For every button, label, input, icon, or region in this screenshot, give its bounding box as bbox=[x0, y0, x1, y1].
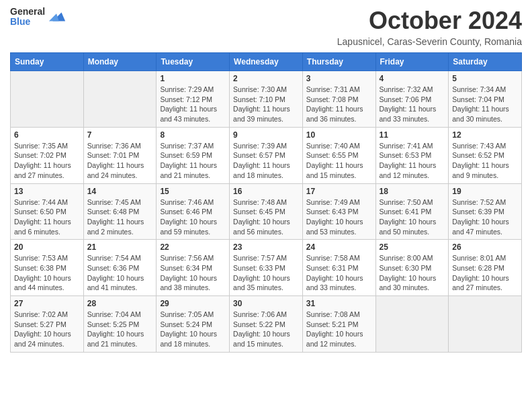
day-number: 25 bbox=[380, 242, 445, 252]
calendar-cell: 22Sunrise: 7:56 AM Sunset: 6:34 PM Dayli… bbox=[157, 240, 230, 296]
day-info: Sunrise: 7:02 AM Sunset: 5:27 PM Dayligh… bbox=[14, 310, 80, 349]
calendar-cell bbox=[375, 296, 449, 353]
day-number: 29 bbox=[160, 299, 226, 308]
day-info: Sunrise: 7:05 AM Sunset: 5:24 PM Dayligh… bbox=[160, 310, 226, 349]
calendar-cell: 13Sunrise: 7:44 AM Sunset: 6:50 PM Dayli… bbox=[11, 183, 84, 240]
day-number: 9 bbox=[233, 130, 299, 140]
location-subtitle: Lapusnicel, Caras-Severin County, Romani… bbox=[337, 36, 522, 47]
day-number: 23 bbox=[233, 242, 299, 252]
day-number: 14 bbox=[87, 187, 153, 196]
calendar-cell: 26Sunrise: 8:01 AM Sunset: 6:28 PM Dayli… bbox=[449, 240, 522, 296]
calendar-cell: 14Sunrise: 7:45 AM Sunset: 6:48 PM Dayli… bbox=[83, 183, 157, 240]
header-tuesday: Tuesday bbox=[157, 53, 230, 71]
header-monday: Monday bbox=[83, 53, 157, 71]
logo-general-text: General bbox=[10, 7, 45, 17]
header-friday: Friday bbox=[375, 53, 449, 71]
day-info: Sunrise: 7:29 AM Sunset: 7:12 PM Dayligh… bbox=[160, 85, 226, 124]
day-info: Sunrise: 7:30 AM Sunset: 7:10 PM Dayligh… bbox=[233, 85, 299, 124]
day-number: 11 bbox=[380, 130, 445, 140]
day-info: Sunrise: 7:06 AM Sunset: 5:22 PM Dayligh… bbox=[233, 310, 299, 349]
month-title: October 2024 bbox=[337, 7, 522, 35]
day-number: 1 bbox=[160, 74, 226, 83]
day-info: Sunrise: 7:39 AM Sunset: 6:57 PM Dayligh… bbox=[233, 141, 299, 181]
day-number: 18 bbox=[380, 187, 445, 196]
title-section: October 2024 Lapusnicel, Caras-Severin C… bbox=[337, 7, 522, 47]
day-info: Sunrise: 7:36 AM Sunset: 7:01 PM Dayligh… bbox=[87, 141, 153, 181]
calendar-cell: 5Sunrise: 7:34 AM Sunset: 7:04 PM Daylig… bbox=[449, 71, 522, 128]
calendar-cell: 21Sunrise: 7:54 AM Sunset: 6:36 PM Dayli… bbox=[83, 240, 157, 296]
calendar-cell: 6Sunrise: 7:35 AM Sunset: 7:02 PM Daylig… bbox=[11, 127, 84, 183]
day-number: 17 bbox=[306, 187, 372, 196]
day-info: Sunrise: 7:49 AM Sunset: 6:43 PM Dayligh… bbox=[306, 197, 372, 237]
logo-blue-text: Blue bbox=[10, 17, 45, 27]
day-info: Sunrise: 7:48 AM Sunset: 6:45 PM Dayligh… bbox=[233, 197, 299, 237]
calendar-cell: 20Sunrise: 7:53 AM Sunset: 6:38 PM Dayli… bbox=[11, 240, 84, 296]
day-number: 15 bbox=[160, 187, 226, 196]
day-number: 28 bbox=[87, 299, 153, 308]
header-thursday: Thursday bbox=[302, 53, 375, 71]
day-info: Sunrise: 7:08 AM Sunset: 5:21 PM Dayligh… bbox=[306, 310, 372, 349]
calendar-table: SundayMondayTuesdayWednesdayThursdayFrid… bbox=[10, 52, 522, 353]
day-info: Sunrise: 7:35 AM Sunset: 7:02 PM Dayligh… bbox=[14, 141, 80, 181]
calendar-week-row: 13Sunrise: 7:44 AM Sunset: 6:50 PM Dayli… bbox=[11, 183, 522, 240]
day-info: Sunrise: 7:40 AM Sunset: 6:55 PM Dayligh… bbox=[306, 141, 372, 181]
day-info: Sunrise: 8:01 AM Sunset: 6:28 PM Dayligh… bbox=[452, 253, 518, 293]
day-info: Sunrise: 7:34 AM Sunset: 7:04 PM Dayligh… bbox=[452, 85, 518, 124]
page-header: General Blue October 2024 Lapusnicel, Ca… bbox=[10, 7, 522, 47]
calendar-cell: 7Sunrise: 7:36 AM Sunset: 7:01 PM Daylig… bbox=[83, 127, 157, 183]
day-number: 5 bbox=[452, 74, 518, 83]
day-number: 3 bbox=[306, 74, 372, 83]
day-info: Sunrise: 7:04 AM Sunset: 5:25 PM Dayligh… bbox=[87, 310, 153, 349]
calendar-week-row: 27Sunrise: 7:02 AM Sunset: 5:27 PM Dayli… bbox=[11, 296, 522, 353]
day-number: 6 bbox=[14, 130, 80, 140]
day-info: Sunrise: 7:44 AM Sunset: 6:50 PM Dayligh… bbox=[14, 197, 80, 237]
day-info: Sunrise: 7:52 AM Sunset: 6:39 PM Dayligh… bbox=[452, 197, 518, 237]
calendar-week-row: 20Sunrise: 7:53 AM Sunset: 6:38 PM Dayli… bbox=[11, 240, 522, 296]
day-number: 24 bbox=[306, 242, 372, 252]
calendar-cell: 27Sunrise: 7:02 AM Sunset: 5:27 PM Dayli… bbox=[11, 296, 84, 353]
day-info: Sunrise: 7:50 AM Sunset: 6:41 PM Dayligh… bbox=[380, 197, 445, 237]
header-wednesday: Wednesday bbox=[230, 53, 303, 71]
logo-icon bbox=[48, 7, 66, 26]
day-number: 2 bbox=[233, 74, 299, 83]
day-number: 30 bbox=[233, 299, 299, 308]
calendar-cell: 2Sunrise: 7:30 AM Sunset: 7:10 PM Daylig… bbox=[230, 71, 303, 128]
calendar-cell: 16Sunrise: 7:48 AM Sunset: 6:45 PM Dayli… bbox=[230, 183, 303, 240]
day-number: 21 bbox=[87, 242, 153, 252]
day-info: Sunrise: 8:00 AM Sunset: 6:30 PM Dayligh… bbox=[380, 253, 445, 293]
calendar-cell: 9Sunrise: 7:39 AM Sunset: 6:57 PM Daylig… bbox=[230, 127, 303, 183]
day-info: Sunrise: 7:43 AM Sunset: 6:52 PM Dayligh… bbox=[452, 141, 518, 181]
day-info: Sunrise: 7:37 AM Sunset: 6:59 PM Dayligh… bbox=[160, 141, 226, 181]
day-number: 16 bbox=[233, 187, 299, 196]
calendar-cell: 1Sunrise: 7:29 AM Sunset: 7:12 PM Daylig… bbox=[157, 71, 230, 128]
calendar-cell: 19Sunrise: 7:52 AM Sunset: 6:39 PM Dayli… bbox=[449, 183, 522, 240]
day-info: Sunrise: 7:41 AM Sunset: 6:53 PM Dayligh… bbox=[380, 141, 445, 181]
header-saturday: Saturday bbox=[449, 53, 522, 71]
day-info: Sunrise: 7:54 AM Sunset: 6:36 PM Dayligh… bbox=[87, 253, 153, 293]
calendar-cell: 18Sunrise: 7:50 AM Sunset: 6:41 PM Dayli… bbox=[375, 183, 449, 240]
day-number: 31 bbox=[306, 299, 372, 308]
calendar-cell: 30Sunrise: 7:06 AM Sunset: 5:22 PM Dayli… bbox=[230, 296, 303, 353]
calendar-cell: 29Sunrise: 7:05 AM Sunset: 5:24 PM Dayli… bbox=[157, 296, 230, 353]
calendar-cell bbox=[11, 71, 84, 128]
day-number: 26 bbox=[452, 242, 518, 252]
day-info: Sunrise: 7:46 AM Sunset: 6:46 PM Dayligh… bbox=[160, 197, 226, 237]
calendar-cell: 12Sunrise: 7:43 AM Sunset: 6:52 PM Dayli… bbox=[449, 127, 522, 183]
calendar-week-row: 6Sunrise: 7:35 AM Sunset: 7:02 PM Daylig… bbox=[11, 127, 522, 183]
day-info: Sunrise: 7:32 AM Sunset: 7:06 PM Dayligh… bbox=[380, 85, 445, 124]
day-number: 12 bbox=[452, 130, 518, 140]
calendar-header-row: SundayMondayTuesdayWednesdayThursdayFrid… bbox=[11, 53, 522, 71]
day-number: 22 bbox=[160, 242, 226, 252]
calendar-cell: 10Sunrise: 7:40 AM Sunset: 6:55 PM Dayli… bbox=[302, 127, 375, 183]
day-number: 7 bbox=[87, 130, 153, 140]
calendar-cell: 28Sunrise: 7:04 AM Sunset: 5:25 PM Dayli… bbox=[83, 296, 157, 353]
day-number: 27 bbox=[14, 299, 80, 308]
header-sunday: Sunday bbox=[11, 53, 84, 71]
calendar-cell: 4Sunrise: 7:32 AM Sunset: 7:06 PM Daylig… bbox=[375, 71, 449, 128]
calendar-cell: 24Sunrise: 7:58 AM Sunset: 6:31 PM Dayli… bbox=[302, 240, 375, 296]
day-info: Sunrise: 7:56 AM Sunset: 6:34 PM Dayligh… bbox=[160, 253, 226, 293]
day-number: 10 bbox=[306, 130, 372, 140]
day-info: Sunrise: 7:57 AM Sunset: 6:33 PM Dayligh… bbox=[233, 253, 299, 293]
calendar-cell bbox=[83, 71, 157, 128]
day-number: 4 bbox=[380, 74, 445, 83]
